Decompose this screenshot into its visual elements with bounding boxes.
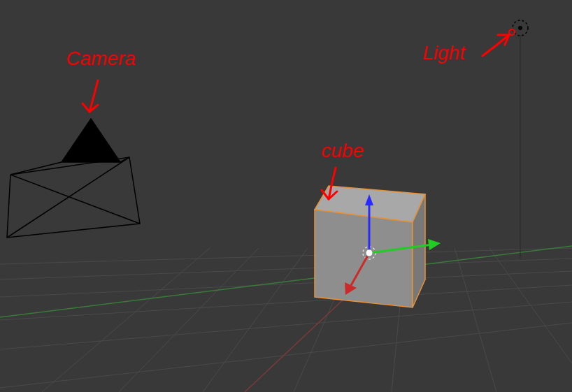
- svg-point-14: [518, 26, 522, 30]
- svg-line-4: [0, 302, 572, 349]
- svg-marker-15: [62, 119, 120, 162]
- svg-line-2: [0, 271, 572, 297]
- viewport-svg[interactable]: [0, 0, 572, 392]
- grid-floor: [0, 248, 572, 392]
- svg-line-12: [489, 248, 572, 363]
- svg-line-8: [203, 248, 308, 392]
- camera-object[interactable]: [7, 119, 140, 238]
- svg-line-7: [119, 248, 259, 392]
- svg-line-16: [10, 175, 140, 224]
- svg-line-6: [42, 248, 210, 392]
- svg-point-35: [509, 29, 515, 35]
- svg-marker-24: [315, 210, 413, 307]
- annotation-arrows: [83, 29, 515, 199]
- svg-line-5: [0, 323, 572, 388]
- svg-line-3: [0, 285, 572, 320]
- svg-point-34: [366, 249, 373, 256]
- y-axis-line: [0, 246, 572, 317]
- svg-line-17: [7, 157, 129, 238]
- 3d-viewport[interactable]: Camera cube Light: [0, 0, 572, 392]
- svg-marker-31: [428, 239, 441, 250]
- svg-line-11: [455, 248, 496, 392]
